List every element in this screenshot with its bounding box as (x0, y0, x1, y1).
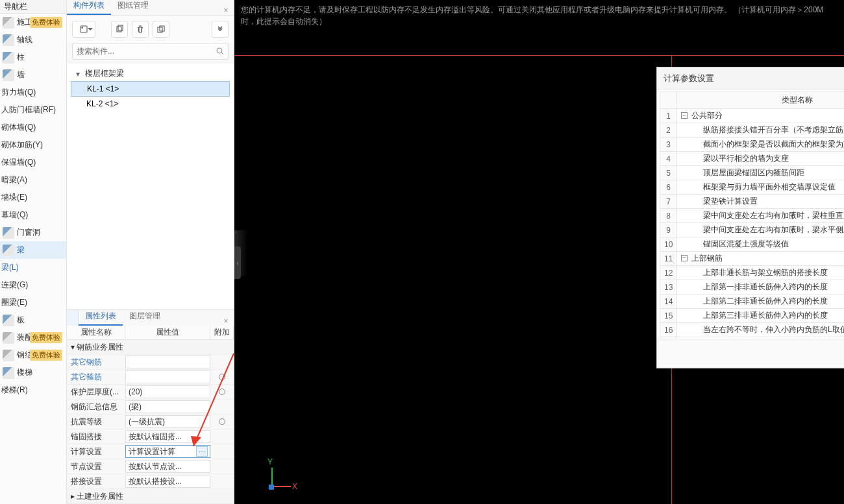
nav-item-label: 柱 (17, 52, 25, 63)
settings-row[interactable]: 3截面小的框架梁是否以截面大的框架梁为支座是 (660, 138, 845, 152)
settings-row[interactable]: 1−公共部分 (660, 109, 845, 123)
nav-item-label: 圈梁(E) (1, 297, 27, 308)
nav-item-保温墙(Q)[interactable]: 保温墙(Q) (0, 154, 66, 171)
tab-drawing-mgmt[interactable]: 图纸管理 (111, 0, 155, 15)
setting-name: 纵筋搭接接头错开百分率（不考虑架立筋） (677, 123, 845, 138)
row-number: 7 (660, 195, 677, 209)
delete-button[interactable] (132, 21, 149, 38)
nav-item-暗梁(A)[interactable]: 暗梁(A) (0, 171, 66, 189)
tab-component-list[interactable]: 构件列表 (67, 0, 111, 15)
nav-item-label: 梁(L) (1, 262, 19, 273)
nav-item-连梁(G)[interactable]: 连梁(G) (0, 276, 66, 294)
nav-item-人防门框墙(RF)[interactable]: 人防门框墙(RF) (0, 101, 66, 119)
memory-warning-text: 您的计算机内存不足，请及时保存工程以防内存不足发生内存溢出等风险。可通过关闭其他… (241, 4, 838, 27)
component-search[interactable] (72, 43, 229, 60)
side-handle[interactable]: ‹ (234, 246, 241, 279)
nav-item-墙垛(E)[interactable]: 墙垛(E) (0, 189, 66, 206)
component-search-input[interactable] (73, 43, 212, 59)
settings-row[interactable]: 12上部非通长筋与架立钢筋的搭接长度150 (660, 266, 845, 280)
property-value-input[interactable] (125, 415, 210, 428)
search-icon[interactable] (212, 47, 228, 56)
setting-name: 上部第一排非通长筋伸入跨内的长度 (677, 280, 845, 294)
settings-row[interactable]: 16当左右跨不等时，伸入小跨内负筋的L取值取左右最大跨计算 (660, 323, 845, 337)
component-tree: ▾ 楼层框架梁 KL-1 <1>KL-2 <1> (67, 64, 234, 309)
nav-item-板[interactable]: 板 (0, 311, 66, 329)
copy-button[interactable] (111, 21, 128, 38)
tab-layer-mgmt[interactable]: 图层管理 (123, 308, 167, 326)
settings-row[interactable]: 5顶层屋面梁锚固区内箍筋间距150 (660, 166, 845, 180)
settings-row[interactable]: 2纵筋搭接接头错开百分率（不考虑架立筋）50% (660, 123, 845, 138)
row-number: 16 (660, 323, 677, 337)
nav-item-梁[interactable]: 梁 (0, 241, 66, 259)
settings-row[interactable]: 13上部第一排非通长筋伸入跨内的长度Ln/3 (660, 280, 845, 294)
nav-item-label: 门窗洞 (17, 227, 40, 238)
property-value-input[interactable] (125, 400, 210, 413)
setting-name: 梁中间支座处左右均有加腋时，梁柱垂直加腋加腋钢筋做法 (677, 209, 845, 223)
nav-item-label: 人防门框墙(RF) (1, 104, 56, 115)
row-number: 13 (660, 280, 677, 294)
settings-row[interactable]: 7梁垫铁计算设置按规范计算 (660, 195, 845, 209)
drawing-canvas[interactable]: 您的计算机内存不足，请及时保存工程以防内存不足发生内存溢出等风险。可通过关闭其他… (234, 0, 844, 504)
nav-item-楼梯(R)[interactable]: 楼梯(R) (0, 381, 66, 399)
x-axis-label: X (292, 482, 297, 491)
property-extra (210, 414, 234, 429)
new-component-button[interactable] (72, 21, 95, 38)
tree-item[interactable]: KL-2 <1> (71, 97, 230, 111)
property-name[interactable]: ▾ 钢筋业务属性 (67, 340, 125, 354)
settings-row[interactable]: 9梁中间支座处左右均有加腋时，梁水平侧腋加腋钢筋做法按图集贯通计算 (660, 223, 845, 237)
tree-item[interactable]: KL-1 <1> (71, 81, 230, 97)
settings-row[interactable]: 15上部第三排非通长筋伸入跨内的长度Ln/5 (660, 309, 845, 323)
tab-properties[interactable]: 属性列表 (79, 308, 123, 326)
property-extra (210, 489, 234, 503)
nav-item-label: 剪力墙(Q) (1, 87, 36, 98)
settings-row[interactable]: 14上部第二排非通长筋伸入跨内的长度Ln/4 (660, 294, 845, 309)
nav-item-轴线[interactable]: 轴线 (0, 31, 66, 49)
property-value-input[interactable] (125, 460, 210, 473)
nav-item-柱[interactable]: 柱 (0, 49, 66, 66)
property-name[interactable]: ▸ 土建业务属性 (67, 489, 125, 503)
property-value-input[interactable] (125, 355, 210, 368)
property-extra (210, 429, 234, 444)
settings-row[interactable]: 11−上部钢筋 (660, 252, 845, 266)
nav-item-钢结构[interactable]: 钢结构免费体验 (0, 346, 66, 364)
nav-item-墙[interactable]: 墙 (0, 66, 66, 84)
nav-item-装配式[interactable]: 装配式免费体验 (0, 329, 66, 346)
tree-toggle-icon[interactable]: ▾ (76, 69, 82, 78)
property-extra-radio[interactable] (219, 374, 225, 380)
property-row: 节点设置 (67, 459, 234, 474)
property-value-input[interactable] (125, 370, 210, 383)
nav-item-icon (3, 367, 14, 379)
nav-item-icon (3, 227, 14, 239)
row-number: 15 (660, 309, 677, 323)
nav-item-幕墙(Q)[interactable]: 幕墙(Q) (0, 206, 66, 224)
col-num (660, 92, 677, 109)
nav-item-楼梯[interactable]: 楼梯 (0, 364, 66, 381)
property-more-button[interactable]: ⋯ (196, 446, 208, 457)
property-value-input[interactable] (125, 475, 210, 488)
component-panel-close[interactable]: × (218, 6, 234, 15)
nav-item-剪力墙(Q)[interactable]: 剪力墙(Q) (0, 84, 66, 101)
settings-row[interactable]: 8梁中间支座处左右均有加腋时，梁柱垂直加腋加腋钢筋做法按图集贯通计算 (660, 209, 845, 223)
nav-item-梁(L)[interactable]: 梁(L) (0, 259, 66, 276)
toolbar-more-button[interactable] (212, 21, 229, 38)
property-extra-radio[interactable] (219, 389, 225, 395)
duplicate-button[interactable] (153, 21, 169, 38)
nav-item-砌体加筋(Y)[interactable]: 砌体加筋(Y) (0, 136, 66, 154)
property-value-input[interactable] (125, 385, 210, 398)
property-panel-close[interactable]: × (218, 317, 234, 326)
property-row: 其它钢筋 (67, 355, 234, 370)
settings-row[interactable]: 6框架梁与剪力墙平面外相交墙厚设定值200 (660, 180, 845, 195)
nav-item-砌体墙(Q)[interactable]: 砌体墙(Q) (0, 119, 66, 136)
property-row: ▸ 土建业务属性 (67, 489, 234, 504)
settings-row[interactable]: 10锚固区混凝土强度等级值取自身混凝土强度... (660, 237, 845, 252)
nav-item-圈梁(E)[interactable]: 圈梁(E) (0, 294, 66, 311)
property-name: 钢筋汇总信息 (67, 400, 125, 414)
property-value-input[interactable] (125, 430, 210, 443)
property-extra-radio[interactable] (219, 418, 225, 425)
settings-row[interactable]: 4梁以平行相交的墙为支座是 (660, 152, 845, 166)
nav-item-门窗洞[interactable]: 门窗洞 (0, 224, 66, 241)
nav-item-施工段[interactable]: 施工段免费体验 (0, 14, 66, 31)
property-row: 锚固搭接 (67, 429, 234, 444)
row-number: 14 (660, 294, 677, 309)
property-strip-icon[interactable] (67, 310, 79, 326)
